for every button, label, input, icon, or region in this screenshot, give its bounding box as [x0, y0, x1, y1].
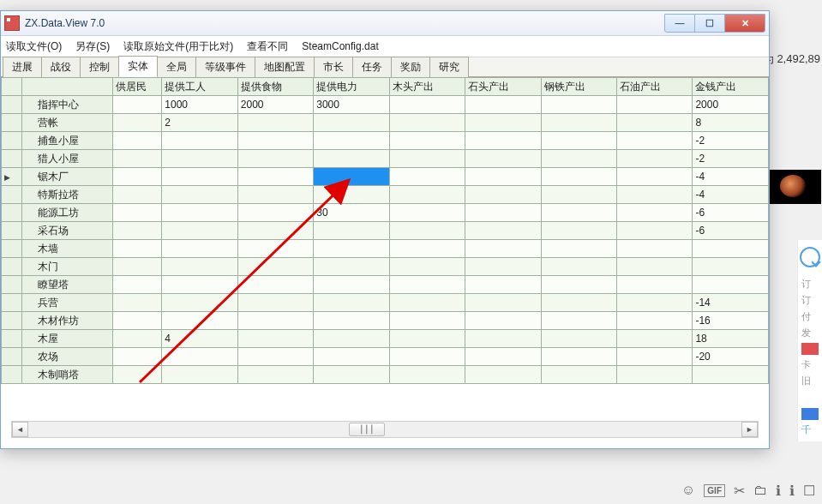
grid-cell[interactable] — [541, 258, 616, 276]
grid-cell[interactable] — [162, 222, 237, 240]
grid-cell[interactable] — [389, 150, 465, 168]
grid-cell[interactable] — [541, 204, 616, 222]
col-header-c7[interactable]: 钢铁产出 — [541, 78, 616, 96]
row-header[interactable] — [2, 114, 22, 132]
grid-cell[interactable] — [237, 348, 313, 366]
col-header-c8[interactable]: 石油产出 — [616, 78, 692, 96]
grid-cell[interactable] — [465, 114, 541, 132]
grid-cell[interactable] — [465, 312, 541, 330]
grid-cell[interactable] — [162, 294, 237, 312]
grid-cell[interactable] — [465, 132, 541, 150]
row-header[interactable] — [2, 330, 22, 348]
grid-cell[interactable] — [162, 276, 237, 294]
grid-cell[interactable] — [237, 186, 313, 204]
grid-cell[interactable] — [237, 366, 313, 384]
menu-open-file[interactable]: 读取文件(O) — [6, 39, 62, 54]
grid-cell[interactable]: 30 — [314, 204, 389, 222]
emoji-icon[interactable]: ☺ — [681, 483, 695, 498]
grid-cell[interactable] — [616, 366, 692, 384]
grid-cell[interactable] — [616, 96, 692, 114]
grid-cell[interactable] — [541, 276, 616, 294]
col-header-c4[interactable]: 提供电力 — [314, 78, 389, 96]
info-icon[interactable]: ℹ — [789, 483, 795, 499]
grid-cell[interactable] — [616, 240, 692, 258]
grid-cell[interactable] — [389, 312, 465, 330]
col-header-c2[interactable]: 提供工人 — [162, 78, 237, 96]
row-header[interactable] — [2, 168, 22, 186]
col-header-c9[interactable]: 金钱产出 — [693, 78, 769, 96]
col-header-c5[interactable]: 木头产出 — [389, 78, 465, 96]
grid-cell[interactable] — [113, 114, 162, 132]
grid-cell[interactable]: -20 — [693, 348, 769, 366]
grid-cell[interactable] — [162, 348, 237, 366]
grid-cell[interactable]: 1000 — [162, 96, 237, 114]
tab-task[interactable]: 任务 — [352, 57, 392, 77]
grid-cell[interactable] — [616, 330, 692, 348]
col-header-c6[interactable]: 石头产出 — [465, 78, 541, 96]
grid-cell[interactable] — [162, 168, 237, 186]
grid-cell[interactable] — [541, 312, 616, 330]
tab-progress[interactable]: 进展 — [3, 57, 42, 77]
folder-icon[interactable]: 🗀 — [753, 483, 767, 498]
grid-cell[interactable] — [237, 240, 313, 258]
tab-global[interactable]: 全局 — [157, 57, 196, 77]
grid-cell[interactable] — [314, 366, 389, 384]
grid-cell[interactable]: 8 — [693, 114, 769, 132]
grid-cell[interactable] — [113, 366, 162, 384]
grid-cell[interactable] — [541, 330, 616, 348]
info-icon[interactable]: ℹ — [776, 483, 781, 499]
row-header[interactable] — [2, 276, 22, 294]
grid-cell[interactable] — [314, 168, 389, 186]
row-name-cell[interactable]: 指挥中心 — [21, 96, 113, 114]
grid-cell[interactable] — [237, 204, 313, 222]
grid-cell[interactable] — [389, 114, 465, 132]
more-icon[interactable]: ☐ — [803, 483, 815, 499]
grid-cell[interactable] — [162, 258, 237, 276]
grid-cell[interactable] — [616, 312, 692, 330]
grid-cell[interactable] — [314, 312, 389, 330]
grid-cell[interactable]: -4 — [693, 168, 769, 186]
scroll-track[interactable]: ┃┃┃ — [28, 423, 741, 436]
grid-cell[interactable] — [314, 294, 389, 312]
grid-cell[interactable] — [314, 330, 389, 348]
scroll-thumb[interactable]: ┃┃┃ — [349, 423, 385, 436]
grid-cell[interactable] — [389, 132, 465, 150]
grid-cell[interactable] — [113, 132, 162, 150]
grid-cell[interactable] — [237, 114, 313, 132]
data-grid[interactable]: 供居民提供工人提供食物提供电力木头产出石头产出钢铁产出石油产出金钱产出指挥中心1… — [1, 77, 769, 384]
row-name-cell[interactable]: 木墙 — [21, 240, 113, 258]
grid-cell[interactable] — [389, 222, 465, 240]
tab-map-config[interactable]: 地图配置 — [255, 57, 315, 77]
grid-cell[interactable] — [465, 168, 541, 186]
grid-cell[interactable] — [314, 150, 389, 168]
row-name-cell[interactable]: 猎人小屋 — [21, 150, 113, 168]
grid-cell[interactable] — [113, 312, 162, 330]
grid-cell[interactable] — [616, 132, 692, 150]
grid-cell[interactable] — [237, 276, 313, 294]
grid-cell[interactable] — [162, 186, 237, 204]
grid-cell[interactable] — [465, 258, 541, 276]
row-header[interactable] — [2, 366, 22, 384]
grid-cell[interactable] — [389, 168, 465, 186]
grid-cell[interactable] — [389, 366, 465, 384]
grid-cell[interactable] — [541, 168, 616, 186]
scissors-icon[interactable]: ✂ — [734, 483, 745, 499]
grid-cell[interactable] — [237, 330, 313, 348]
grid-cell[interactable] — [237, 294, 313, 312]
row-header[interactable] — [2, 132, 22, 150]
grid-cell[interactable]: 3000 — [314, 96, 389, 114]
grid-cell[interactable] — [465, 330, 541, 348]
grid-cell[interactable] — [541, 366, 616, 384]
grid-cell[interactable] — [113, 204, 162, 222]
grid-cell[interactable] — [389, 240, 465, 258]
grid-cell[interactable] — [389, 96, 465, 114]
grid-cell[interactable] — [113, 276, 162, 294]
grid-cell[interactable] — [616, 114, 692, 132]
tab-mayor[interactable]: 市长 — [314, 57, 353, 77]
grid-cell[interactable] — [113, 96, 162, 114]
grid-cell[interactable] — [113, 294, 162, 312]
grid-cell[interactable] — [237, 312, 313, 330]
grid-cell[interactable] — [113, 150, 162, 168]
grid-cell[interactable] — [389, 204, 465, 222]
grid-cell[interactable]: -2 — [693, 150, 769, 168]
